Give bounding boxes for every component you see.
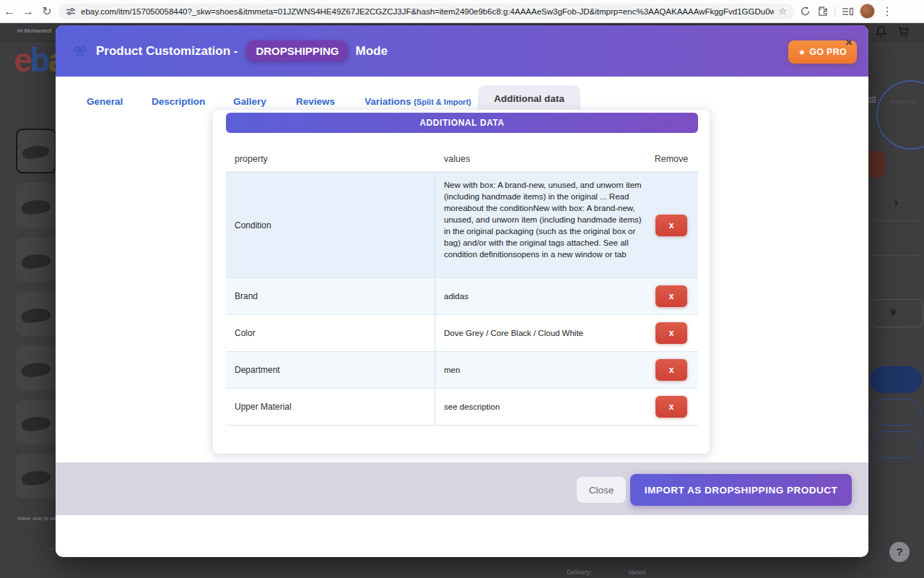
cart-icon[interactable] <box>897 25 910 38</box>
buy-it-now-button[interactable] <box>870 366 922 393</box>
remove-button[interactable]: x <box>655 396 687 418</box>
table-row-color: Color Dove Grey / Core Black / Cloud Whi… <box>226 314 698 351</box>
close-button[interactable]: Close <box>577 477 626 503</box>
star-icon: ★ <box>798 48 806 56</box>
tab-general[interactable]: General <box>87 96 123 107</box>
app-logo-icon <box>71 43 89 60</box>
profile-avatar[interactable] <box>860 4 875 19</box>
property-cell: Color <box>226 315 435 351</box>
thumbnail[interactable] <box>16 345 56 390</box>
add-to-cart-button[interactable] <box>870 399 922 426</box>
header-values: values <box>435 154 645 164</box>
additional-data-banner: ADDITIONAL DATA <box>226 113 698 133</box>
property-cell: Brand <box>226 278 435 314</box>
tab-variations-label: Variations <box>365 96 411 107</box>
remove-button[interactable]: x <box>655 215 687 236</box>
header-remove: Remove <box>645 154 698 164</box>
value-cell: men <box>435 352 645 388</box>
tune-icon <box>66 7 75 16</box>
thumbnail[interactable] <box>16 400 56 444</box>
thumbnail[interactable] <box>16 291 56 336</box>
tab-additional-data-label: Additional data <box>478 85 580 113</box>
delivery-value: Varies <box>628 569 646 576</box>
dropshipping-mode-badge: DROPSHIPPING <box>246 40 348 61</box>
modal-title: Product Customization - <box>96 44 237 59</box>
delivery-label: Delivery: <box>567 569 592 576</box>
table-row-upper-material: Upper Material see description x <box>226 388 698 426</box>
table-header-row: property values Remove <box>226 147 698 172</box>
thumbnail[interactable] <box>16 454 56 499</box>
tab-variations[interactable]: Variations (Split & Import) <box>365 96 471 107</box>
help-button[interactable]: ? <box>889 542 910 562</box>
table-row-brand: Brand adidas x <box>226 277 698 314</box>
additional-data-table: property values Remove Condition New wit… <box>226 147 698 426</box>
logo-letter-e: e <box>14 41 30 79</box>
address-bar[interactable]: ebay.com/itm/157050058440?_skw=shoes&itm… <box>59 4 794 20</box>
rotate-extension-icon[interactable] <box>800 6 811 17</box>
modal-header: Product Customization - DROPSHIPPING Mod… <box>56 25 868 77</box>
modal-footer: Close IMPORT AS DROPSHIPPING PRODUCT <box>56 462 868 515</box>
kebab-menu-icon[interactable]: ⋮ <box>881 1 892 22</box>
import-as-dropshipping-product-button[interactable]: IMPORT AS DROPSHIPPING PRODUCT <box>630 474 852 506</box>
greeting-text[interactable]: Hi Mohamed! <box>17 27 52 34</box>
value-cell: Dove Grey / Core Black / Cloud White <box>435 315 645 351</box>
browser-toolbar: ← → ↻ ebay.com/itm/157050058440?_skw=sho… <box>0 0 924 23</box>
image-thumbnail-column <box>16 129 56 499</box>
product-customization-modal: Product Customization - DROPSHIPPING Mod… <box>56 25 868 557</box>
value-cell: adidas <box>435 278 645 314</box>
thumbnail-selected[interactable] <box>16 129 56 173</box>
table-row-condition: Condition New with box: A brand-new, unu… <box>226 172 698 277</box>
toolbar-separator <box>834 6 835 17</box>
forward-icon[interactable]: → <box>19 1 38 22</box>
variation-select[interactable]: ∨ <box>870 299 923 327</box>
extensions-puzzle-icon[interactable] <box>817 6 828 17</box>
thumbnail[interactable] <box>16 183 56 228</box>
url-text[interactable]: ebay.com/itm/157050058440?_skw=shoes&itm… <box>81 7 774 16</box>
tab-reviews[interactable]: Reviews <box>296 96 335 107</box>
logo-letter-b: b <box>30 41 48 79</box>
divider <box>869 255 920 256</box>
modal-title-mode: Mode <box>355 44 387 59</box>
remove-button[interactable]: x <box>655 322 687 344</box>
tab-variations-sub: (Split & Import) <box>414 98 471 106</box>
close-icon[interactable]: × <box>845 38 853 48</box>
tab-gallery[interactable]: Gallery <box>233 96 266 107</box>
property-cell: Condition <box>226 173 435 277</box>
go-pro-label: GO PRO <box>809 47 847 57</box>
thumbnail[interactable] <box>16 237 56 282</box>
bookmark-star-icon[interactable]: ☆ <box>778 6 787 17</box>
bell-icon[interactable] <box>875 25 887 38</box>
table-row-department: Department men x <box>226 351 698 388</box>
back-icon[interactable]: ← <box>0 1 19 22</box>
chevron-down-icon: ∨ <box>889 306 897 317</box>
property-cell: Upper Material <box>226 389 435 425</box>
add-to-watchlist-button[interactable] <box>870 431 922 458</box>
next-image-chevron-icon[interactable]: › <box>894 194 898 210</box>
remove-button[interactable]: x <box>655 359 687 381</box>
search-button-outline[interactable] <box>876 80 924 150</box>
value-cell: New with box: A brand-new, unused, and u… <box>435 173 645 277</box>
advanced-search-link[interactable]: Advanced <box>890 98 916 105</box>
header-property: property <box>226 154 435 164</box>
toolbar-right-icons: ⋮ <box>800 1 892 22</box>
divider <box>869 220 920 221</box>
remove-button[interactable]: x <box>655 285 687 307</box>
value-cell: see description <box>435 389 645 425</box>
property-cell: Department <box>226 352 435 388</box>
side-panel-icon[interactable] <box>842 7 853 17</box>
tab-description[interactable]: Description <box>152 96 205 107</box>
refresh-icon[interactable]: ↻ <box>38 1 56 22</box>
